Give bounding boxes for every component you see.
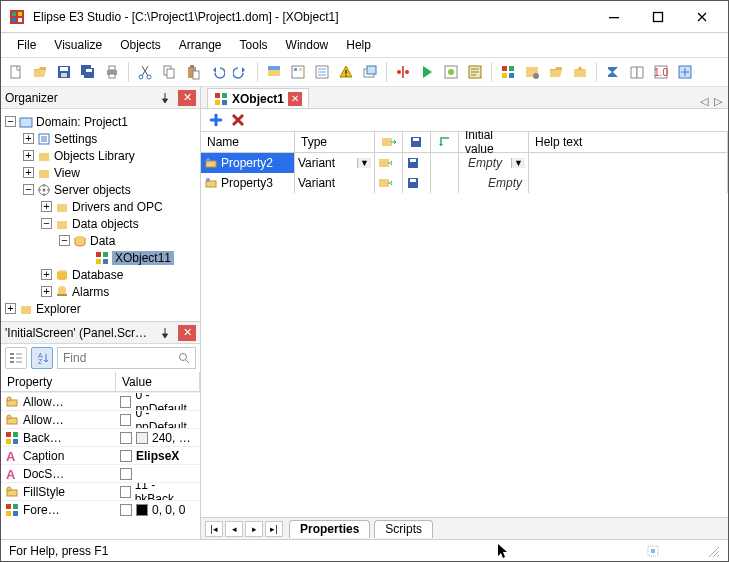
property-row[interactable]: ADocS… — [1, 464, 200, 482]
menu-help[interactable]: Help — [338, 35, 379, 55]
col-initial-value[interactable]: Initial value — [459, 132, 529, 152]
menu-objects[interactable]: Objects — [112, 35, 169, 55]
col-help-text[interactable]: Help text — [529, 132, 728, 152]
alphabetical-icon[interactable]: AZ — [31, 347, 53, 369]
open-icon[interactable] — [29, 61, 51, 83]
tool-a-icon[interactable] — [263, 61, 285, 83]
tree-dataobj[interactable]: − Data objects — [5, 215, 196, 232]
grid-row[interactable]: Property2Variant▼Empty▼ — [201, 153, 728, 173]
cell-c-icon[interactable] — [378, 176, 392, 190]
tool-j-icon[interactable] — [569, 61, 591, 83]
col-type[interactable]: Type — [295, 132, 375, 152]
tree-objlib[interactable]: + Objects Library — [5, 147, 196, 164]
sigma-icon[interactable] — [602, 61, 624, 83]
find-input[interactable]: Find — [57, 347, 196, 369]
new-icon[interactable] — [5, 61, 27, 83]
next-button[interactable]: ▸ — [245, 521, 263, 537]
breakpoint-icon[interactable] — [392, 61, 414, 83]
tool-e-icon[interactable] — [440, 61, 462, 83]
tree-view[interactable]: + View — [5, 164, 196, 181]
tool-b-icon[interactable] — [287, 61, 309, 83]
menu-window[interactable]: Window — [278, 35, 337, 55]
print-icon[interactable] — [101, 61, 123, 83]
pin-icon[interactable] — [156, 325, 174, 341]
cell-save-icon[interactable] — [406, 176, 420, 190]
checkbox[interactable] — [120, 504, 132, 516]
property-row[interactable]: Allow…0 - ppDefault — [1, 392, 200, 410]
bottom-tab-scripts[interactable]: Scripts — [374, 520, 433, 538]
resize-grip-icon[interactable] — [706, 544, 720, 558]
checkbox[interactable] — [120, 414, 131, 426]
tool-f-icon[interactable] — [464, 61, 486, 83]
checkbox[interactable] — [120, 468, 132, 480]
tree-explorer[interactable]: + Explorer — [5, 300, 196, 317]
doc-tab-xobject1[interactable]: XObject1 ✕ — [207, 88, 309, 108]
cell-save-icon[interactable] — [406, 156, 420, 170]
undo-icon[interactable] — [206, 61, 228, 83]
tree-settings[interactable]: + Settings — [5, 130, 196, 147]
tree-serverobj[interactable]: − Server objects — [5, 181, 196, 198]
tab-next-icon[interactable]: ▷ — [714, 95, 722, 108]
prev-button[interactable]: ◂ — [225, 521, 243, 537]
tool-i-icon[interactable] — [545, 61, 567, 83]
save-all-icon[interactable] — [77, 61, 99, 83]
tool-k-icon[interactable] — [674, 61, 696, 83]
plus-icon[interactable]: 1.0 — [650, 61, 672, 83]
property-row[interactable]: Back…240, … — [1, 428, 200, 446]
checkbox[interactable] — [120, 486, 131, 498]
bottom-tab-properties[interactable]: Properties — [289, 520, 370, 538]
minimize-button[interactable] — [592, 3, 636, 31]
col-e[interactable] — [431, 132, 459, 152]
tab-prev-icon[interactable]: ◁ — [700, 95, 708, 108]
property-row[interactable]: ACaptionElipseX — [1, 446, 200, 464]
property-row[interactable]: FillStyle11 - bkBack… — [1, 482, 200, 500]
close-button[interactable] — [680, 3, 724, 31]
delete-button[interactable] — [231, 113, 245, 127]
organizer-close-button[interactable]: ✕ — [178, 90, 196, 106]
col-name[interactable]: Name — [201, 132, 295, 152]
col-c[interactable] — [375, 132, 403, 152]
tree-xobject11[interactable]: XObject11 — [5, 249, 196, 266]
tree-domain[interactable]: − Domain: Project1 — [5, 113, 196, 130]
warning-icon[interactable] — [335, 61, 357, 83]
last-button[interactable]: ▸| — [265, 521, 283, 537]
checkbox[interactable] — [120, 450, 132, 462]
tree-drivers[interactable]: + Drivers and OPC — [5, 198, 196, 215]
property-row[interactable]: Fore…0, 0, 0 — [1, 500, 200, 518]
paste-icon[interactable] — [182, 61, 204, 83]
add-button[interactable] — [209, 113, 223, 127]
pin-icon[interactable] — [156, 90, 174, 106]
cut-icon[interactable] — [134, 61, 156, 83]
tree-database[interactable]: + Database — [5, 266, 196, 283]
first-button[interactable]: |◂ — [205, 521, 223, 537]
checkbox[interactable] — [120, 396, 131, 408]
property-row[interactable]: Allow…0 - ppDefault — [1, 410, 200, 428]
organizer-tree[interactable]: − Domain: Project1 + Settings + Objects … — [1, 109, 200, 321]
cell-c-icon[interactable] — [378, 156, 392, 170]
menu-tools[interactable]: Tools — [232, 35, 276, 55]
copy-icon[interactable] — [158, 61, 180, 83]
save-icon[interactable] — [53, 61, 75, 83]
tool-g-icon[interactable] — [497, 61, 519, 83]
snap-icon[interactable] — [646, 544, 660, 558]
book-icon[interactable] — [626, 61, 648, 83]
redo-icon[interactable] — [230, 61, 252, 83]
checkbox[interactable] — [120, 432, 132, 444]
col-d[interactable] — [403, 132, 431, 152]
tab-close-button[interactable]: ✕ — [288, 92, 302, 106]
run-icon[interactable] — [416, 61, 438, 83]
categorized-icon[interactable] — [5, 347, 27, 369]
col-value[interactable]: Value — [116, 372, 200, 391]
tool-h-icon[interactable] — [521, 61, 543, 83]
menu-file[interactable]: File — [9, 35, 44, 55]
tool-c-icon[interactable] — [311, 61, 333, 83]
menu-visualize[interactable]: Visualize — [46, 35, 110, 55]
tool-d-icon[interactable] — [359, 61, 381, 83]
tree-data[interactable]: − Data — [5, 232, 196, 249]
col-property[interactable]: Property — [1, 372, 116, 391]
maximize-button[interactable] — [636, 3, 680, 31]
props-close-button[interactable]: ✕ — [178, 325, 196, 341]
menu-arrange[interactable]: Arrange — [171, 35, 230, 55]
grid-row[interactable]: Property3VariantEmpty — [201, 173, 728, 193]
tree-alarms[interactable]: + Alarms — [5, 283, 196, 300]
